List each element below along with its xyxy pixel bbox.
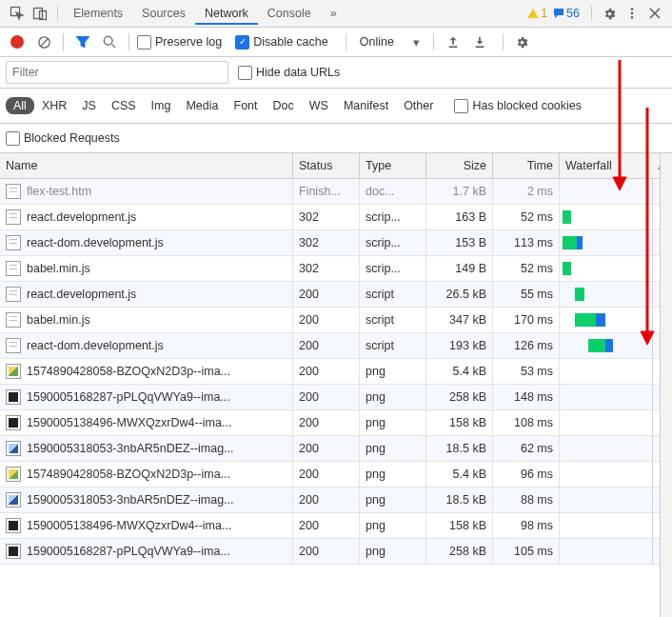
messages-badge[interactable]: 56: [553, 7, 580, 20]
request-size: 1.7 kB: [426, 179, 493, 204]
request-type: png: [360, 436, 426, 461]
file-icon: [6, 209, 21, 225]
filter-toggle-icon[interactable]: [71, 30, 94, 53]
table-row[interactable]: babel.min.js200script347 kB170 ms: [0, 308, 672, 333]
request-time: 52 ms: [493, 256, 560, 281]
request-status: 200: [293, 462, 360, 487]
file-icon: [6, 544, 21, 559]
filter-css[interactable]: CSS: [104, 97, 144, 114]
table-row[interactable]: react.development.js302scrip...163 B52 m…: [0, 205, 672, 230]
request-status: 200: [293, 436, 360, 461]
svg-point-3: [631, 8, 634, 10]
file-icon: [6, 441, 21, 456]
col-name: Name: [0, 153, 293, 178]
filter-xhr[interactable]: XHR: [34, 97, 74, 114]
table-row[interactable]: 1574890428058-BZOQxN2D3p--ima...200png5.…: [0, 359, 672, 385]
settings-icon[interactable]: [598, 1, 621, 26]
file-icon: [6, 415, 21, 430]
request-time: 113 ms: [493, 230, 560, 255]
request-waterfall: [560, 488, 672, 512]
request-type: scrip...: [360, 230, 426, 255]
filter-img[interactable]: Img: [144, 97, 179, 114]
file-icon: [6, 492, 21, 508]
tab-network[interactable]: Network: [195, 3, 258, 25]
request-status: 200: [293, 488, 360, 512]
request-name: react.development.js: [27, 288, 136, 301]
separator: [63, 33, 64, 50]
has-blocked-cookies-checkbox[interactable]: Has blocked cookies: [454, 99, 582, 113]
request-waterfall: [560, 205, 672, 229]
svg-point-4: [631, 12, 634, 15]
network-toolbar: Preserve log Disable cache Online▾: [0, 28, 672, 57]
warnings-badge[interactable]: 1: [527, 7, 547, 20]
tab-sources[interactable]: Sources: [132, 3, 195, 25]
request-time: 52 ms: [493, 205, 560, 229]
request-type: scrip...: [360, 256, 426, 281]
request-waterfall: [560, 539, 672, 564]
request-name: 1590005168287-pPLQqVWYa9--ima...: [27, 390, 230, 404]
request-time: 170 ms: [493, 308, 560, 332]
request-waterfall: [560, 256, 672, 281]
table-row[interactable]: react.development.js200script26.5 kB55 m…: [0, 282, 672, 308]
table-header[interactable]: Name Status Type Size Time Waterfall▲: [0, 153, 672, 179]
clear-button[interactable]: [32, 30, 55, 53]
request-time: 2 ms: [493, 179, 560, 204]
network-settings-icon[interactable]: [511, 30, 534, 53]
request-time: 148 ms: [493, 385, 560, 409]
table-row[interactable]: 1590005138496-MWXQzxrDw4--ima...200png15…: [0, 410, 672, 436]
table-row[interactable]: react-dom.development.js200script193 kB1…: [0, 333, 672, 359]
request-size: 153 B: [426, 230, 493, 255]
separator: [128, 33, 129, 50]
request-status: 302: [293, 230, 360, 255]
table-row[interactable]: 1590005318053-3nbAR5nDEZ--imag...200png1…: [0, 436, 672, 462]
request-waterfall: [560, 436, 672, 461]
vertical-scrollbar[interactable]: [660, 153, 672, 617]
tab-elements[interactable]: Elements: [64, 3, 132, 25]
request-waterfall: [560, 385, 672, 409]
kebab-menu-icon[interactable]: [621, 1, 643, 26]
record-button[interactable]: [6, 30, 29, 53]
preserve-log-checkbox[interactable]: Preserve log: [137, 35, 222, 50]
request-name: flex-test.htm: [27, 185, 91, 198]
search-icon[interactable]: [98, 30, 121, 53]
request-time: 126 ms: [493, 333, 560, 358]
filter-doc[interactable]: Doc: [266, 97, 302, 114]
table-row[interactable]: flex-test.htmFinish...doc...1.7 kB2 ms: [0, 179, 672, 205]
device-toggle-icon[interactable]: [29, 1, 51, 26]
svg-point-5: [631, 16, 634, 19]
upload-har-icon[interactable]: [442, 30, 464, 53]
request-size: 18.5 kB: [426, 436, 493, 461]
hide-data-urls-checkbox[interactable]: Hide data URLs: [238, 66, 340, 80]
close-icon[interactable]: [643, 1, 666, 26]
request-time: 98 ms: [493, 513, 560, 538]
table-row[interactable]: react-dom.development.js302scrip...153 B…: [0, 230, 672, 256]
inspect-icon[interactable]: [6, 1, 29, 26]
filter-ws[interactable]: WS: [302, 97, 336, 114]
table-row[interactable]: 1590005318053-3nbAR5nDEZ--imag...200png1…: [0, 488, 672, 513]
filter-font[interactable]: Font: [227, 97, 266, 114]
table-row[interactable]: 1590005168287-pPLQqVWYa9--ima...200png25…: [0, 539, 672, 565]
blocked-requests-checkbox[interactable]: Blocked Requests: [6, 131, 120, 146]
tab-console[interactable]: Console: [258, 3, 321, 25]
filter-media[interactable]: Media: [178, 97, 226, 114]
request-size: 158 kB: [426, 410, 493, 435]
table-row[interactable]: 1590005168287-pPLQqVWYa9--ima...200png25…: [0, 385, 672, 410]
filter-manifest[interactable]: Manifest: [336, 97, 396, 114]
download-har-icon[interactable]: [468, 30, 491, 53]
table-row[interactable]: 1590005138496-MWXQzxrDw4--ima...200png15…: [0, 513, 672, 539]
file-icon: [6, 364, 21, 379]
separator: [503, 33, 504, 50]
request-waterfall: [560, 230, 672, 255]
table-row[interactable]: 1574890428058-BZOQxN2D3p--ima...200png5.…: [0, 462, 672, 488]
request-time: 55 ms: [493, 282, 560, 307]
filter-other[interactable]: Other: [396, 97, 441, 114]
filter-all[interactable]: All: [6, 97, 34, 114]
table-row[interactable]: babel.min.js302scrip...149 B52 ms: [0, 256, 672, 282]
throttling-select[interactable]: Online▾: [354, 33, 425, 51]
request-type-filter: AllXHRJSCSSImgMediaFontDocWSManifestOthe…: [0, 89, 672, 124]
svg-rect-8: [448, 46, 457, 48]
disable-cache-checkbox[interactable]: Disable cache: [235, 35, 328, 50]
filter-input[interactable]: [6, 61, 228, 84]
filter-js[interactable]: JS: [74, 97, 104, 114]
tab-overflow[interactable]: »: [321, 3, 346, 24]
